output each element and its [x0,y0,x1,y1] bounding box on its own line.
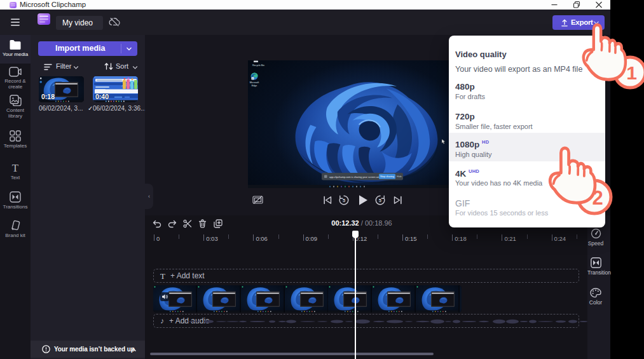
svg-text:5: 5 [343,198,345,203]
svg-text:1: 1 [626,62,637,83]
svg-text:5: 5 [379,198,381,203]
svg-text:Stop sharing: Stop sharing [380,175,394,178]
svg-text:Hide: Hide [397,175,402,178]
svg-text:T: T [12,163,19,173]
svg-text:Edge: Edge [252,85,257,87]
svg-text:Recycle Bin: Recycle Bin [252,64,264,67]
